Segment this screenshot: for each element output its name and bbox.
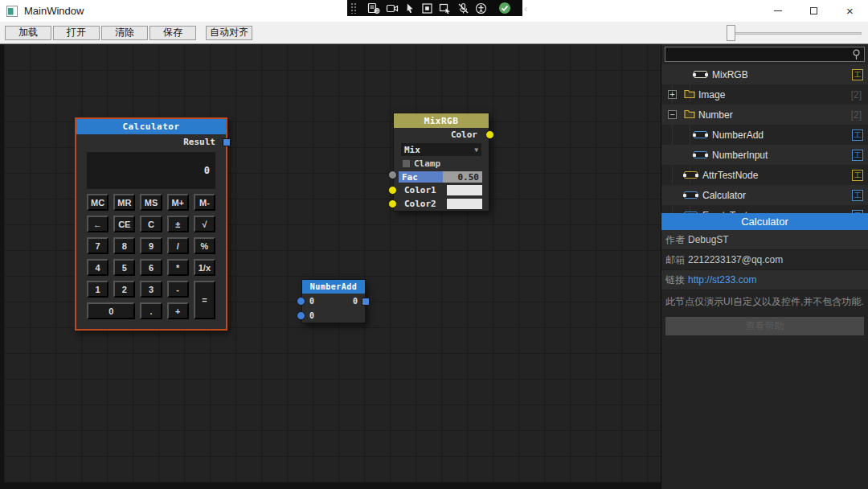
calc-key-6[interactable]: 6 xyxy=(140,259,162,276)
calc-key-4[interactable]: 4 xyxy=(87,259,108,276)
folder-icon xyxy=(684,109,695,119)
info-row-email: 邮箱 2212233137@qq.com xyxy=(661,250,868,270)
tree-folder-label: Image xyxy=(698,89,725,101)
mixrgb-fac-slider[interactable]: Fac 0.50 xyxy=(399,171,482,183)
calc-key-mplus[interactable]: M+ xyxy=(167,194,189,211)
calc-key-plus[interactable]: + xyxy=(167,302,189,319)
minimize-button[interactable] xyxy=(760,0,796,22)
calculator-display: 0 xyxy=(87,152,215,189)
drag-handle-icon[interactable] xyxy=(351,2,356,14)
close-button[interactable]: × xyxy=(832,0,868,22)
calc-key-0[interactable]: 0 xyxy=(87,302,135,319)
camera-icon[interactable] xyxy=(386,2,399,14)
node-badge-icon[interactable]: 工 xyxy=(852,129,863,141)
tree-item-calculator[interactable]: Calculator 工 xyxy=(661,185,868,205)
document-target-icon[interactable] xyxy=(367,2,380,14)
selected-node-header[interactable]: Calculator xyxy=(661,213,868,230)
calc-key-c[interactable]: C xyxy=(140,216,162,232)
tree-item-numberadd[interactable]: NumberAdd 工 xyxy=(661,125,868,145)
capture-toolbar[interactable]: ‹ xyxy=(347,0,522,16)
search-icon[interactable] xyxy=(851,49,862,60)
window-title: MainWindow xyxy=(24,5,84,17)
collapse-chevron-icon[interactable]: ‹ xyxy=(522,2,529,14)
mic-muted-icon[interactable] xyxy=(457,2,469,14)
calc-key-2[interactable]: 2 xyxy=(113,281,135,298)
calc-key-mr[interactable]: MR xyxy=(113,194,135,211)
node-numberadd[interactable]: NumberAdd 0 0 0 xyxy=(301,279,366,323)
node-calculator-header[interactable]: Calculator xyxy=(76,119,226,134)
calc-key-backspace[interactable]: ← xyxy=(87,216,108,232)
calc-key-7[interactable]: 7 xyxy=(87,237,108,254)
node-badge-icon[interactable]: 工 xyxy=(852,190,863,201)
tree-item-numberinput[interactable]: NumberInput 工 xyxy=(661,145,868,165)
help-button[interactable]: 查看帮助 xyxy=(665,317,864,335)
calc-key-mc[interactable]: MC xyxy=(87,194,108,211)
node-canvas[interactable]: Calculator Result 0 MC MR MS M+ M- ← CE … xyxy=(0,44,661,489)
node-badge-icon[interactable]: 工 xyxy=(852,150,863,161)
node-badge-icon[interactable]: 工 xyxy=(852,69,863,80)
calc-key-1[interactable]: 1 xyxy=(87,281,108,298)
numberadd-output-socket[interactable] xyxy=(362,298,370,306)
tree-folder-number[interactable]: − Number [2] xyxy=(661,105,868,125)
calc-key-3[interactable]: 3 xyxy=(140,281,162,298)
calc-key-negate[interactable]: ± xyxy=(167,216,189,232)
autoalign-button[interactable]: 自动对齐 xyxy=(206,26,252,40)
mixrgb-clamp-checkbox[interactable] xyxy=(403,160,410,167)
open-button[interactable]: 打开 xyxy=(53,26,100,40)
node-calculator[interactable]: Calculator Result 0 MC MR MS M+ M- ← CE … xyxy=(75,117,227,331)
numberadd-input1-socket[interactable] xyxy=(297,297,305,306)
expand-icon[interactable]: + xyxy=(668,90,677,99)
slider-track[interactable] xyxy=(727,32,862,35)
calc-key-mminus[interactable]: M- xyxy=(194,194,215,211)
mixrgb-fac-value: 0.50 xyxy=(443,171,482,183)
calc-key-percent[interactable]: % xyxy=(194,237,215,254)
node-mixrgb-header[interactable]: MixRGB xyxy=(394,113,489,128)
calc-key-8[interactable]: 8 xyxy=(113,237,135,254)
collapse-icon[interactable]: − xyxy=(668,110,677,119)
tree-folder-image[interactable]: + Image [2] xyxy=(661,84,868,105)
mixrgb-fac-input-socket[interactable] xyxy=(388,171,397,179)
tree-item-emptytest[interactable]: EmptyTest 工 xyxy=(661,205,868,213)
mixrgb-color1-label: Color1 xyxy=(404,185,436,195)
numberadd-input1-value: 0 xyxy=(309,297,314,306)
zoom-slider[interactable] xyxy=(727,25,862,41)
link-value[interactable]: http://st233.com xyxy=(688,274,756,286)
tree-item-mixrgb[interactable]: MixRGB 工 xyxy=(661,64,868,84)
accessibility-icon[interactable] xyxy=(475,2,487,14)
pointer-region-icon[interactable] xyxy=(439,2,452,14)
calculator-result-socket[interactable] xyxy=(223,138,231,146)
info-row-link: 链接 http://st233.com xyxy=(661,270,868,290)
calc-key-9[interactable]: 9 xyxy=(140,237,162,254)
calc-key-sqrt[interactable]: √ xyxy=(194,216,215,232)
calc-key-divide[interactable]: / xyxy=(167,237,189,254)
save-button[interactable]: 保存 xyxy=(149,26,196,40)
numberadd-input2-socket[interactable] xyxy=(297,311,305,320)
tree-item-attrtestnode[interactable]: AttrTestNode 工 xyxy=(661,165,868,185)
calc-key-reciprocal[interactable]: 1/x xyxy=(194,259,215,276)
clear-button[interactable]: 清除 xyxy=(101,26,148,40)
mixrgb-color1-swatch[interactable] xyxy=(447,185,482,195)
node-mixrgb[interactable]: MixRGB Color Mix ▼ Clamp Fac 0.50 Color1 xyxy=(393,113,489,212)
mixrgb-color2-swatch[interactable] xyxy=(447,199,482,209)
calc-key-5[interactable]: 5 xyxy=(113,259,135,276)
node-numberadd-header[interactable]: NumberAdd xyxy=(302,280,365,294)
confirm-check-icon[interactable] xyxy=(498,2,511,14)
calc-key-ce[interactable]: CE xyxy=(113,216,135,232)
pointer-icon[interactable] xyxy=(404,2,416,14)
mixrgb-color2-input-socket[interactable] xyxy=(388,199,397,208)
mixrgb-color1-input-socket[interactable] xyxy=(388,186,397,195)
region-select-icon[interactable] xyxy=(421,2,433,14)
node-badge-icon[interactable]: 工 xyxy=(852,210,863,214)
calc-key-minus[interactable]: - xyxy=(167,281,189,298)
calc-key-equals[interactable]: = xyxy=(194,281,215,319)
calc-key-ms[interactable]: MS xyxy=(140,194,162,211)
search-input[interactable] xyxy=(665,47,864,61)
mixrgb-color-output-socket[interactable] xyxy=(485,130,494,139)
maximize-button[interactable] xyxy=(796,0,832,22)
calc-key-decimal[interactable]: . xyxy=(140,302,162,319)
load-button[interactable]: 加载 xyxy=(5,26,51,40)
node-badge-icon[interactable]: 工 xyxy=(852,170,863,181)
calc-key-multiply[interactable]: * xyxy=(167,259,189,276)
slider-handle[interactable] xyxy=(727,25,735,41)
mixrgb-blend-dropdown[interactable]: Mix ▼ xyxy=(401,143,481,156)
